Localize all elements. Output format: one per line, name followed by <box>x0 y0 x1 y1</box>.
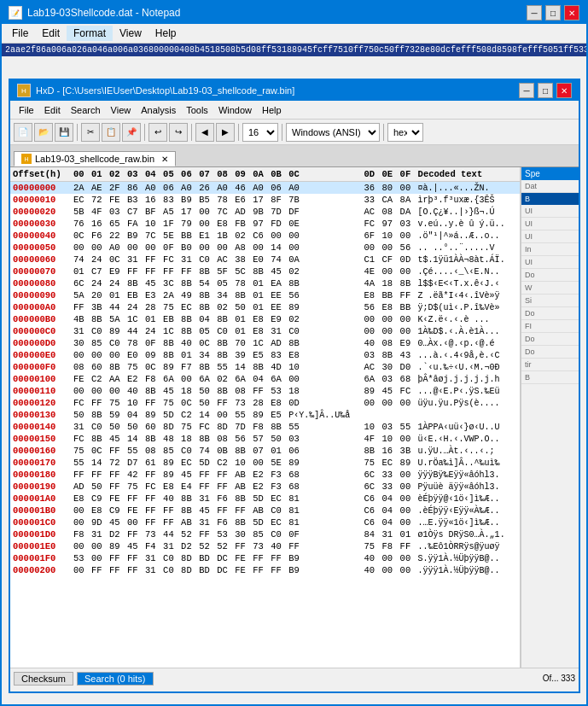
hex-byte[interactable]: C1 <box>362 254 380 265</box>
hex-byte[interactable]: FE <box>232 564 250 576</box>
hex-byte[interactable]: 7C <box>143 230 160 242</box>
hex-byte[interactable]: 55 <box>214 361 232 373</box>
hex-byte[interactable]: 49 <box>178 289 196 301</box>
hex-byte[interactable]: 00 <box>71 349 89 361</box>
hex-byte[interactable]: 57 <box>250 433 268 445</box>
hex-byte[interactable]: 3C <box>160 277 178 289</box>
hex-byte[interactable]: DF <box>286 206 361 218</box>
hex-byte[interactable]: 89 <box>160 361 178 373</box>
hex-byte[interactable]: 0C <box>196 337 214 349</box>
hex-byte[interactable]: 31 <box>196 516 214 528</box>
hex-byte[interactable]: 04 <box>380 505 398 516</box>
hex-byte[interactable]: 40 <box>362 552 380 564</box>
hex-byte[interactable]: FF <box>143 265 160 277</box>
hex-byte[interactable]: 00 <box>178 373 196 385</box>
hex-byte[interactable]: 85 <box>160 445 178 457</box>
hex-byte[interactable]: 5D <box>250 493 268 505</box>
hex-byte[interactable]: 75 <box>178 421 196 433</box>
hex-byte[interactable]: 30 <box>232 528 250 540</box>
hex-byte[interactable]: 2A <box>71 182 89 195</box>
hex-byte[interactable]: 06 <box>286 445 361 457</box>
hex-byte[interactable]: 75 <box>160 397 178 409</box>
hex-byte[interactable]: 00 <box>268 230 286 242</box>
hex-byte[interactable]: EB <box>125 289 143 301</box>
hex-byte[interactable]: 00 <box>286 373 361 385</box>
hex-byte[interactable]: 45 <box>196 505 214 516</box>
hex-byte[interactable]: EC <box>178 457 196 469</box>
hex-byte[interactable]: 8B <box>362 445 380 457</box>
hex-byte[interactable]: 28 <box>143 301 160 313</box>
hex-byte[interactable]: 38 <box>232 254 250 265</box>
hex-byte[interactable]: 55 <box>286 421 361 433</box>
hex-byte[interactable]: 5E <box>268 457 286 469</box>
notepad-menu-help[interactable]: Help <box>148 26 183 41</box>
hex-byte[interactable]: 22 <box>107 230 125 242</box>
toolbar-paste-button[interactable]: 📌 <box>122 123 141 142</box>
hex-byte[interactable]: 89 <box>362 385 380 397</box>
hex-byte[interactable]: FF <box>232 505 250 516</box>
hex-byte[interactable]: 74 <box>196 445 214 457</box>
hex-byte[interactable]: 00 <box>286 242 361 254</box>
hxd-menu-tools[interactable]: Tools <box>181 103 213 117</box>
hex-byte[interactable]: 52 <box>214 540 232 552</box>
hex-byte[interactable]: 6C <box>362 469 380 481</box>
hex-byte[interactable]: 1B <box>214 230 232 242</box>
hex-byte[interactable]: 42 <box>125 469 143 481</box>
checksum-tab[interactable]: Checksum <box>14 672 73 686</box>
hex-byte[interactable]: 01 <box>250 289 268 301</box>
hex-byte[interactable]: 5D <box>196 457 214 469</box>
hex-byte[interactable]: 24 <box>89 277 107 289</box>
hex-byte[interactable]: FF <box>89 469 107 481</box>
hex-byte[interactable]: A0 <box>214 182 232 195</box>
hex-byte[interactable]: 83 <box>160 194 178 206</box>
hex-byte[interactable]: 73 <box>250 540 268 552</box>
hex-byte[interactable]: 9D <box>89 516 107 528</box>
hex-byte[interactable]: 5E <box>160 230 178 242</box>
hex-byte[interactable]: 10 <box>125 397 143 409</box>
hex-byte[interactable]: E8 <box>286 349 361 361</box>
hex-byte[interactable]: 5A <box>71 289 89 301</box>
hex-byte[interactable]: 09 <box>143 349 160 361</box>
hex-byte[interactable]: 8D <box>214 421 232 433</box>
hex-byte[interactable]: FE <box>232 552 250 564</box>
hex-byte[interactable]: AB <box>178 516 196 528</box>
hex-byte[interactable]: FF <box>160 505 178 516</box>
hex-byte[interactable]: FF <box>143 397 160 409</box>
hex-byte[interactable]: E8 <box>250 325 268 337</box>
hex-byte[interactable]: C6 <box>362 493 380 505</box>
hex-byte[interactable]: 16 <box>380 445 398 457</box>
hex-byte[interactable]: 50 <box>196 385 214 397</box>
hex-byte[interactable]: EC <box>268 516 286 528</box>
hex-byte[interactable]: BB <box>398 301 416 313</box>
hex-byte[interactable]: 33 <box>380 469 398 481</box>
toolbar-undo-button[interactable]: ↩ <box>148 123 167 142</box>
hex-byte[interactable]: 00 <box>398 469 416 481</box>
hex-byte[interactable]: 31 <box>160 540 178 552</box>
hex-byte[interactable]: 39 <box>232 349 250 361</box>
hex-byte[interactable]: FC <box>160 254 178 265</box>
hex-byte[interactable]: 10 <box>143 218 160 230</box>
hex-byte[interactable]: 8B <box>89 313 107 325</box>
hex-byte[interactable]: 01 <box>143 313 160 325</box>
hex-byte[interactable]: 24 <box>125 301 143 313</box>
hxd-menu-search[interactable]: Search <box>66 103 106 117</box>
hex-byte[interactable]: AC <box>214 254 232 265</box>
hex-byte[interactable]: 33 <box>362 194 380 206</box>
hex-byte[interactable]: 46 <box>232 182 250 195</box>
hex-byte[interactable]: 8B <box>250 265 268 277</box>
hex-byte[interactable]: FF <box>71 301 89 313</box>
hex-byte[interactable]: 5D <box>250 516 268 528</box>
hex-byte[interactable]: 83 <box>268 349 286 361</box>
hex-byte[interactable]: 00 <box>250 457 268 469</box>
hex-byte[interactable]: 36 <box>362 182 380 195</box>
hex-byte[interactable]: 01 <box>232 325 250 337</box>
hex-byte[interactable]: FF <box>125 528 143 540</box>
hex-byte[interactable]: FB <box>232 218 250 230</box>
hex-byte[interactable]: 30 <box>380 361 398 373</box>
hex-byte[interactable]: 26 <box>196 182 214 195</box>
hex-byte[interactable]: 72 <box>107 457 125 469</box>
hex-byte[interactable]: B9 <box>178 194 196 206</box>
hex-byte[interactable]: 00 <box>71 505 89 516</box>
hex-byte[interactable]: 34 <box>214 289 232 301</box>
hex-byte[interactable]: A5 <box>160 206 178 218</box>
